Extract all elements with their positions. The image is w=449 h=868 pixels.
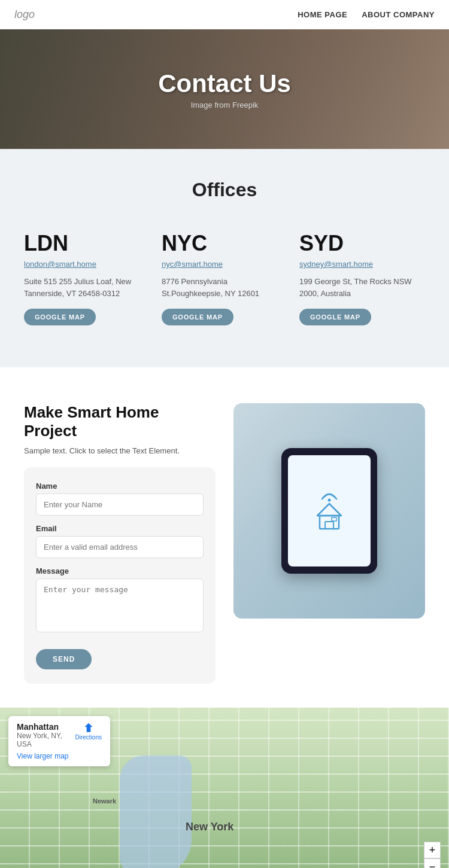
office-email-nyc[interactable]: nyc@smart.home <box>162 260 287 269</box>
view-larger-map-link[interactable]: View larger map <box>17 752 75 760</box>
map-water <box>120 756 192 868</box>
office-city-ldn: LDN <box>24 231 150 256</box>
nav-links: HOME PAGE ABOUT COMPANY <box>298 10 435 19</box>
logo: logo <box>14 8 35 21</box>
office-address-syd: 199 George St, The Rocks NSW 2000, Austr… <box>299 276 425 299</box>
hero-section: Contact Us Image from Freepik <box>0 29 449 149</box>
name-form-group: Name <box>36 482 204 516</box>
hero-title: Contact Us <box>158 69 291 98</box>
send-button[interactable]: SEND <box>36 649 92 669</box>
project-description: Sample text. Click to select the Text El… <box>24 446 216 455</box>
message-form-group: Message <box>36 567 204 635</box>
map-city-name: Manhattan <box>17 722 75 732</box>
map-state-name: New York, NY, USA <box>17 732 75 748</box>
map-zoom-in[interactable]: + <box>424 842 441 858</box>
nav-about[interactable]: ABOUT COMPANY <box>362 10 435 19</box>
name-label: Name <box>36 482 204 491</box>
google-map-btn-nyc[interactable]: GOOGLE MAP <box>162 309 233 325</box>
map-background: New York Newark Manhattan New York, NY, … <box>0 708 449 868</box>
svg-marker-1 <box>317 504 341 516</box>
map-zoom-controls: + − <box>424 842 441 868</box>
email-form-group: Email <box>36 524 204 558</box>
office-city-syd: SYD <box>299 231 425 256</box>
smart-home-image <box>233 403 425 619</box>
map-label-newyork: New York <box>186 821 233 833</box>
map-section: New York Newark Manhattan New York, NY, … <box>0 708 449 868</box>
smart-home-icon <box>305 486 353 536</box>
svg-rect-3 <box>325 522 333 529</box>
navbar: logo HOME PAGE ABOUT COMPANY <box>0 0 449 29</box>
project-right <box>233 403 425 619</box>
office-address-nyc: 8776 Pennsylvania St.Poughkeepsie, NY 12… <box>162 276 287 299</box>
hero-credit: Image from Freepik <box>191 100 259 109</box>
svg-rect-4 <box>332 517 336 521</box>
tablet-device <box>281 448 377 574</box>
project-section: Make Smart Home Project Sample text. Cli… <box>0 367 449 708</box>
contact-form: Name Email Message SEND <box>24 467 216 684</box>
project-heading: Make Smart Home Project <box>24 403 216 440</box>
office-email-syd[interactable]: sydney@smart.home <box>299 260 425 269</box>
message-label: Message <box>36 567 204 575</box>
email-input[interactable] <box>36 536 204 558</box>
project-left: Make Smart Home Project Sample text. Cli… <box>24 403 216 684</box>
map-label-newark: Newark <box>93 797 116 805</box>
google-map-btn-syd[interactable]: GOOGLE MAP <box>299 309 371 325</box>
offices-grid: LDN london@smart.home Suite 515 255 Juli… <box>24 225 425 331</box>
office-city-nyc: NYC <box>162 231 287 256</box>
nav-home[interactable]: HOME PAGE <box>298 10 347 19</box>
office-address-ldn: Suite 515 255 Julius Loaf, New Tannersid… <box>24 276 150 299</box>
offices-section: Offices LDN london@smart.home Suite 515 … <box>0 149 449 367</box>
tablet-screen <box>288 455 371 567</box>
office-card-syd: SYD sydney@smart.home 199 George St, The… <box>299 225 425 331</box>
google-map-btn-ldn[interactable]: GOOGLE MAP <box>24 309 96 325</box>
svg-point-0 <box>328 499 331 502</box>
name-input[interactable] <box>36 494 204 516</box>
email-label: Email <box>36 524 204 533</box>
message-input[interactable] <box>36 578 204 632</box>
offices-heading: Offices <box>24 179 425 201</box>
office-card-nyc: NYC nyc@smart.home 8776 Pennsylvania St.… <box>162 225 287 331</box>
office-email-ldn[interactable]: london@smart.home <box>24 260 150 269</box>
directions-btn[interactable]: Directions <box>75 722 102 741</box>
map-zoom-out[interactable]: − <box>424 858 441 868</box>
office-card-ldn: LDN london@smart.home Suite 515 255 Juli… <box>24 225 150 331</box>
map-info-box: Manhattan New York, NY, USA View larger … <box>8 716 110 766</box>
